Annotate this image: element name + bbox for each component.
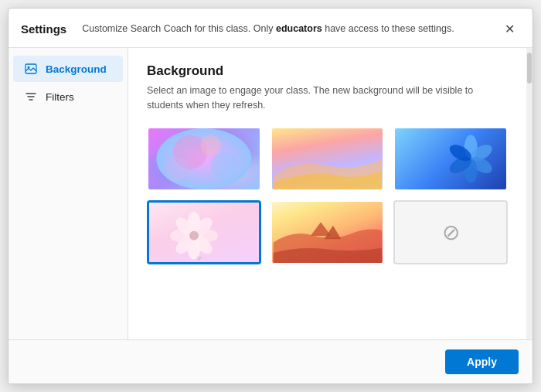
image-card-2[interactable] — [270, 127, 385, 191]
dialog-subtitle: Customize Search Coach for this class. O… — [82, 23, 483, 34]
section-title: Background — [147, 63, 508, 79]
dialog-footer: Apply — [9, 339, 532, 383]
settings-dialog: Settings Customize Search Coach for this… — [8, 8, 533, 384]
sidebar-item-filters[interactable]: Filters — [13, 84, 123, 110]
apply-button[interactable]: Apply — [445, 349, 519, 374]
sidebar-item-background-label: Background — [46, 63, 107, 75]
sidebar-item-filters-label: Filters — [46, 91, 74, 103]
subtitle-bold: educators — [276, 23, 322, 34]
close-button[interactable]: ✕ — [498, 18, 520, 39]
svg-point-5 — [165, 156, 189, 181]
sidebar-item-background[interactable]: Background — [13, 56, 123, 82]
image-card-4[interactable]: ☞ — [147, 200, 261, 264]
image-card-5[interactable] — [270, 200, 385, 264]
subtitle-end: have access to these settings. — [322, 23, 454, 34]
dialog-body: Background Filters Background Select an … — [9, 48, 532, 339]
svg-point-6 — [200, 135, 220, 155]
images-grid: ☞ — [147, 127, 508, 264]
main-scroll: Background Select an image to engage you… — [128, 48, 526, 339]
main-content: Background Select an image to engage you… — [128, 48, 526, 339]
svg-point-21 — [189, 230, 199, 240]
image-card-1[interactable] — [147, 127, 261, 191]
subtitle-text: Customize Search Coach for this class. O… — [82, 23, 276, 34]
svg-point-4 — [211, 152, 238, 179]
scrollbar-thumb[interactable] — [527, 53, 532, 84]
image-icon — [24, 62, 38, 76]
dialog-header: Settings Customize Search Coach for this… — [9, 9, 532, 48]
scrollbar-track[interactable] — [526, 48, 532, 339]
svg-text:☞: ☞ — [196, 254, 202, 262]
image-card-none[interactable]: ⊘ — [393, 200, 508, 264]
filter-icon — [24, 90, 38, 104]
section-desc: Select an image to engage your class. Th… — [147, 84, 508, 113]
no-background-icon: ⊘ — [442, 220, 460, 245]
image-card-3[interactable] — [393, 127, 508, 191]
sidebar: Background Filters — [9, 48, 128, 339]
dialog-title: Settings — [21, 22, 66, 36]
